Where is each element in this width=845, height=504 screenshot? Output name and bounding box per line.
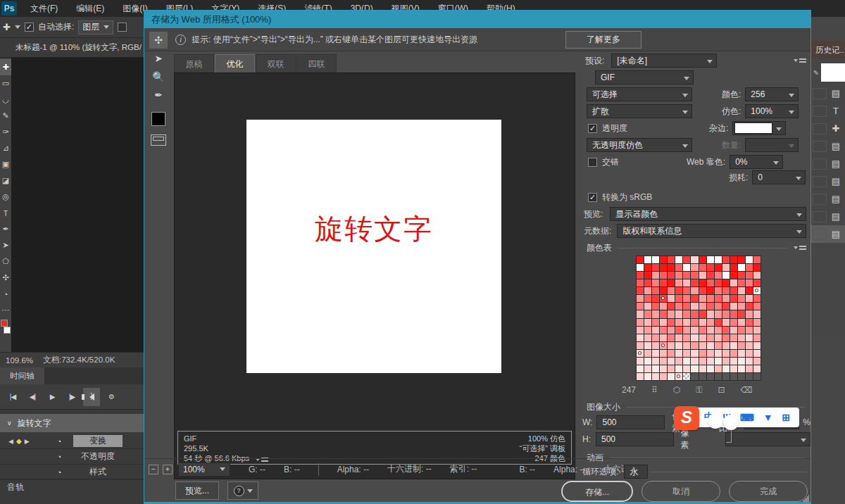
palette-swatch[interactable] xyxy=(707,358,714,365)
palette-swatch[interactable] xyxy=(668,272,675,279)
colors-dropdown[interactable]: 256 xyxy=(745,87,799,101)
palette-swatch[interactable] xyxy=(730,319,737,326)
palette-swatch[interactable] xyxy=(637,272,644,279)
palette-swatch[interactable] xyxy=(730,303,737,310)
palette-swatch[interactable] xyxy=(715,327,722,334)
palette-swatch[interactable] xyxy=(675,358,682,365)
palette-swatch[interactable] xyxy=(730,264,737,271)
palette-swatch[interactable] xyxy=(675,303,682,310)
lasso-tool-icon[interactable]: ◡ xyxy=(0,92,11,108)
palette-swatch[interactable] xyxy=(746,295,753,302)
palette-swatch[interactable] xyxy=(644,350,651,357)
palette-swatch[interactable] xyxy=(652,256,659,263)
palette-swatch[interactable] xyxy=(715,358,722,365)
palette-swatch[interactable] xyxy=(668,279,675,286)
palette-swatch[interactable] xyxy=(730,342,737,349)
zoom-tool-icon[interactable]: 🔍 xyxy=(149,68,168,85)
palette-swatch[interactable] xyxy=(652,319,659,326)
palette-swatch[interactable] xyxy=(644,334,651,341)
stopwatch-icon[interactable]: ◔ xyxy=(45,437,73,446)
eyedropper-tool-icon[interactable]: ✒ xyxy=(149,87,168,103)
palette-swatch[interactable] xyxy=(675,279,682,286)
palette-swatch[interactable] xyxy=(660,287,667,294)
history-row[interactable]: ▤ xyxy=(811,190,845,208)
palette-swatch[interactable] xyxy=(707,310,714,317)
palette-swatch[interactable] xyxy=(707,334,714,341)
palette-swatch[interactable] xyxy=(652,310,659,317)
palette-swatch[interactable] xyxy=(637,342,644,349)
websnap-dropdown[interactable]: 0% xyxy=(730,155,783,169)
palette-swatch[interactable] xyxy=(660,334,667,341)
palette-swatch[interactable] xyxy=(644,327,651,334)
palette-swatch[interactable] xyxy=(753,256,760,263)
palette-swatch[interactable] xyxy=(660,272,667,279)
palette-swatch[interactable] xyxy=(637,350,644,357)
preview-tab-四联[interactable]: 四联 xyxy=(296,54,337,73)
palette-swatch[interactable] xyxy=(660,295,667,302)
palette-swatch[interactable] xyxy=(746,287,753,294)
color-table-menu-icon[interactable] xyxy=(794,246,806,250)
palette-swatch[interactable] xyxy=(707,365,714,372)
more-tools-icon[interactable]: ⋯ xyxy=(0,302,11,318)
palette-swatch[interactable] xyxy=(707,256,714,263)
palette-swatch[interactable] xyxy=(730,279,737,286)
chevron-down-icon[interactable] xyxy=(15,25,20,29)
next-keyframe-icon[interactable]: ▶ xyxy=(25,438,30,445)
palette-swatch[interactable] xyxy=(675,342,682,349)
palette-swatch[interactable] xyxy=(660,358,667,365)
palette-swatch[interactable] xyxy=(730,287,737,294)
palette-swatch[interactable] xyxy=(753,373,760,380)
palette-swatch[interactable] xyxy=(644,287,651,294)
palette-swatch[interactable] xyxy=(668,350,675,357)
auto-select-target-dropdown[interactable]: 图层 xyxy=(78,20,113,34)
palette-swatch[interactable] xyxy=(644,264,651,271)
palette-swatch[interactable] xyxy=(691,272,698,279)
palette-swatch[interactable] xyxy=(660,327,667,334)
palette-swatch[interactable] xyxy=(738,342,745,349)
document-tab[interactable]: 未标题-1 @ 110% (旋转文字, RGB/ xyxy=(0,38,144,58)
palette-swatch[interactable] xyxy=(683,350,690,357)
palette-swatch[interactable] xyxy=(668,327,675,334)
pen-tool-icon[interactable]: ✒ xyxy=(0,221,11,237)
palette-swatch[interactable] xyxy=(675,295,682,302)
palette-swatch[interactable] xyxy=(722,358,730,365)
palette-swatch[interactable] xyxy=(675,365,682,372)
palette-swatch[interactable] xyxy=(730,272,737,279)
palette-swatch[interactable] xyxy=(738,334,745,341)
palette-swatch[interactable] xyxy=(699,295,706,302)
history-row[interactable]: ✚ xyxy=(811,120,845,137)
lock-color-icon[interactable]: ⚿ xyxy=(696,385,702,395)
palette-swatch[interactable] xyxy=(637,287,644,294)
history-row[interactable]: ▤ xyxy=(811,172,845,190)
palette-swatch[interactable] xyxy=(730,350,737,357)
palette-swatch[interactable] xyxy=(683,256,690,263)
menu-item[interactable]: 文件(F) xyxy=(21,0,67,17)
palette-swatch[interactable] xyxy=(707,373,714,380)
palette-swatch[interactable] xyxy=(691,287,698,294)
palette-swatch[interactable] xyxy=(707,342,714,349)
palette-swatch[interactable] xyxy=(738,256,745,263)
palette-swatch[interactable] xyxy=(707,264,714,271)
palette-swatch[interactable] xyxy=(644,358,651,365)
palette-swatch[interactable] xyxy=(660,350,667,357)
palette-swatch[interactable] xyxy=(652,272,659,279)
palette-swatch[interactable] xyxy=(675,334,682,341)
palette-swatch[interactable] xyxy=(668,365,675,372)
palette-swatch[interactable] xyxy=(675,256,682,263)
color-table-grid[interactable] xyxy=(636,256,761,381)
palette-swatch[interactable] xyxy=(699,365,706,372)
palette-swatch[interactable] xyxy=(738,279,745,286)
palette-swatch[interactable] xyxy=(644,272,651,279)
timeline-settings-icon[interactable]: ⚙ xyxy=(103,388,120,406)
palette-swatch[interactable] xyxy=(715,350,722,357)
palette-swatch[interactable] xyxy=(722,319,730,326)
timeline-layer-row[interactable]: ∨ 旋转文字 xyxy=(0,414,144,432)
palette-swatch[interactable] xyxy=(746,373,753,380)
palette-swatch[interactable] xyxy=(637,264,644,271)
palette-swatch[interactable] xyxy=(691,334,698,341)
ime-keyboard-icon[interactable]: ⌨ xyxy=(740,412,754,423)
palette-swatch[interactable] xyxy=(675,272,682,279)
palette-swatch[interactable] xyxy=(637,310,644,317)
width-input[interactable]: 500 xyxy=(596,415,665,429)
palette-swatch[interactable] xyxy=(722,256,730,263)
